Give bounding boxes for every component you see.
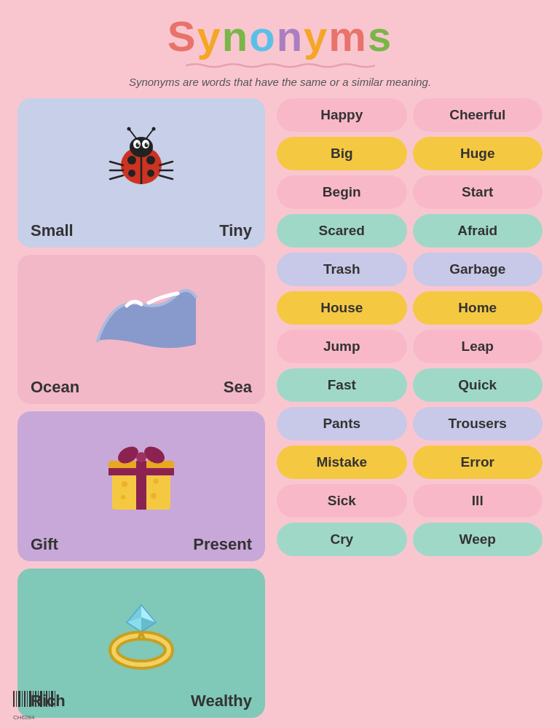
- synonym-row: PantsTrousers: [277, 407, 543, 440]
- svg-rect-46: [16, 691, 17, 707]
- svg-rect-52: [33, 691, 33, 707]
- svg-point-9: [127, 156, 136, 165]
- synonym-word1: Trash: [277, 253, 407, 286]
- page: Synonyms Synonyms are words that have th…: [0, 0, 560, 728]
- synonym-word2: Trousers: [413, 407, 543, 440]
- svg-rect-53: [35, 691, 36, 707]
- synonym-row: BigHuge: [277, 137, 543, 170]
- svg-rect-51: [29, 691, 31, 707]
- svg-point-10: [146, 156, 155, 165]
- svg-rect-26: [109, 468, 174, 475]
- synonym-word2: Home: [413, 291, 543, 325]
- wave-svg: [83, 282, 200, 355]
- svg-rect-48: [22, 691, 23, 707]
- svg-rect-45: [13, 691, 15, 707]
- synonym-row: JumpLeap: [277, 330, 543, 363]
- synonym-word1: Scared: [277, 214, 407, 248]
- synonym-row: TrashGarbage: [277, 253, 543, 286]
- left-column: Small Tiny: [17, 98, 265, 718]
- card-word2: Sea: [224, 378, 252, 397]
- card-word1: Gift: [31, 535, 58, 554]
- synonym-row: HouseHome: [277, 291, 543, 325]
- main-content: Small Tiny: [17, 98, 543, 718]
- ladybug-illustration: [31, 107, 252, 217]
- barcode-label: CH6284: [13, 714, 57, 721]
- synonym-word1: Happy: [277, 98, 407, 132]
- synonym-word1: Mistake: [277, 446, 407, 479]
- card-word2: Present: [193, 535, 252, 554]
- ladybug-svg: [101, 125, 181, 198]
- svg-point-7: [146, 143, 148, 145]
- synonym-word2: Cheerful: [413, 98, 543, 132]
- synonym-word2: Error: [413, 446, 543, 479]
- synonym-word2: Weep: [413, 523, 543, 556]
- synonym-row: CryWeep: [277, 523, 543, 556]
- synonym-row: ScaredAfraid: [277, 214, 543, 248]
- card-word1: Small: [31, 221, 74, 240]
- card-gift-present: Gift Present: [17, 411, 265, 561]
- synonym-word1: Big: [277, 137, 407, 170]
- synonym-row: BeginStart: [277, 175, 543, 209]
- card-small-tiny: Small Tiny: [17, 98, 265, 248]
- synonym-word1: House: [277, 291, 407, 325]
- synonym-word2: Quick: [413, 368, 543, 402]
- svg-rect-49: [24, 691, 25, 707]
- gift-illustration: [31, 420, 252, 530]
- svg-point-16: [152, 127, 156, 131]
- card-word2: Tiny: [219, 221, 252, 240]
- svg-rect-47: [18, 691, 20, 707]
- synonym-row: HappyCheerful: [277, 98, 543, 132]
- subtitle: Synonyms are words that have the same or…: [129, 76, 431, 88]
- synonym-word2: Afraid: [413, 214, 543, 248]
- svg-rect-50: [27, 691, 28, 707]
- right-column: HappyCheerfulBigHugeBeginStartScaredAfra…: [277, 98, 543, 718]
- gift-svg: [101, 439, 181, 512]
- card-ocean-sea: Ocean Sea: [17, 255, 265, 404]
- synonym-word2: Ill: [413, 484, 543, 518]
- synonym-word1: Sick: [277, 484, 407, 518]
- svg-point-29: [136, 452, 146, 462]
- synonym-word1: Pants: [277, 407, 407, 440]
- synonym-word1: Jump: [277, 330, 407, 363]
- svg-point-31: [154, 479, 159, 484]
- svg-rect-58: [49, 691, 50, 707]
- synonym-word2: Start: [413, 175, 543, 209]
- ring-illustration: [31, 577, 252, 687]
- card-words-rich-wealthy: Rich Wealthy: [31, 687, 252, 711]
- barcode: CH6284: [13, 691, 57, 721]
- synonym-word2: Garbage: [413, 253, 543, 286]
- synonym-row: MistakeError: [277, 446, 543, 479]
- svg-point-6: [138, 143, 139, 145]
- svg-line-19: [110, 175, 123, 179]
- svg-rect-60: [55, 691, 55, 707]
- synonym-row: SickIll: [277, 484, 543, 518]
- synonym-word2: Huge: [413, 137, 543, 170]
- svg-line-22: [159, 175, 173, 179]
- card-word2: Wealthy: [191, 692, 252, 711]
- svg-rect-59: [51, 691, 53, 707]
- ring-svg: [98, 592, 185, 672]
- page-title: Synonyms: [167, 13, 393, 60]
- synonym-word2: Leap: [413, 330, 543, 363]
- wave-illustration: [31, 264, 252, 373]
- card-word1: Ocean: [31, 378, 79, 397]
- card-words-ocean-sea: Ocean Sea: [31, 373, 252, 397]
- synonym-word1: Cry: [277, 523, 407, 556]
- synonym-row: FastQuick: [277, 368, 543, 402]
- svg-point-15: [127, 127, 131, 131]
- card-words-gift-present: Gift Present: [31, 531, 252, 554]
- wavy-underline: [186, 63, 375, 68]
- svg-rect-56: [44, 691, 44, 707]
- svg-point-11: [128, 170, 135, 177]
- svg-point-12: [147, 170, 154, 177]
- svg-rect-55: [40, 691, 42, 707]
- card-words-small-tiny: Small Tiny: [31, 217, 252, 240]
- svg-point-33: [151, 493, 157, 499]
- svg-point-32: [121, 495, 125, 499]
- svg-rect-57: [46, 691, 47, 707]
- synonym-word1: Fast: [277, 368, 407, 402]
- svg-point-30: [122, 481, 127, 487]
- synonym-word1: Begin: [277, 175, 407, 209]
- svg-rect-54: [38, 691, 39, 707]
